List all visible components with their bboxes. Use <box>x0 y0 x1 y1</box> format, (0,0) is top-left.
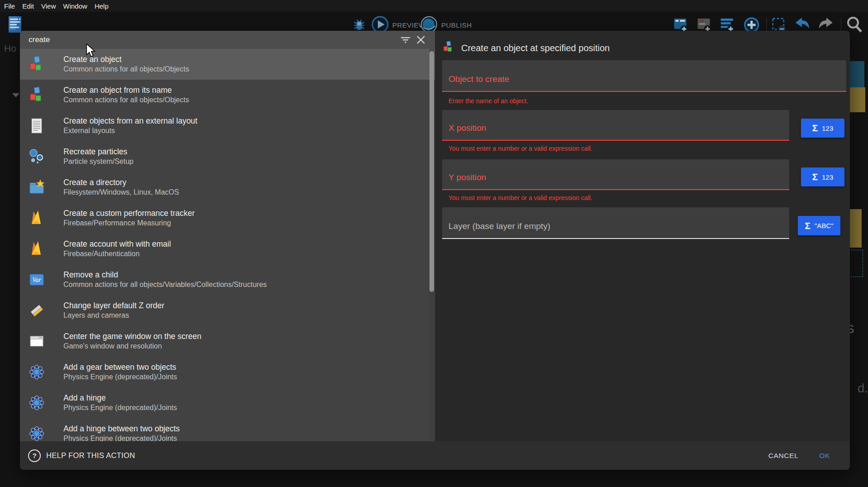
action-title: Create a directory <box>63 177 179 187</box>
action-title: Create objects from an external layout <box>63 116 198 126</box>
y-expression-button[interactable]: Σ 123 <box>801 167 844 186</box>
action-group: Physics Engine (deprecated)/Joints <box>63 434 180 441</box>
particles-icon <box>28 148 45 165</box>
action-title: Add a hinge between two objects <box>63 424 180 434</box>
cubes-icon <box>28 56 45 73</box>
action-title: Center the game window on the screen <box>63 331 201 341</box>
scene-object-blue <box>850 61 864 87</box>
search-bar: create <box>20 31 435 49</box>
cubes-icon <box>442 41 455 55</box>
x-expression-button[interactable]: Σ 123 <box>801 119 844 138</box>
folder-star-icon <box>28 179 45 196</box>
action-search-panel: create Create an object Common actions f… <box>20 31 435 441</box>
action-result-item[interactable]: Add a hinge Physics Engine (deprecated)/… <box>20 387 435 418</box>
menu-bar: FileEditViewWindowHelp <box>0 0 868 12</box>
sigma-icon: Σ <box>805 220 810 231</box>
help-button[interactable]: ? HELP FOR THIS ACTION <box>28 449 135 462</box>
detail-title: Create an object at specified position <box>461 43 610 53</box>
sigma-icon: Σ <box>812 172 818 182</box>
action-title: Add a gear between two objects <box>63 362 177 372</box>
action-result-item[interactable]: Center the game window on the screen Gam… <box>20 326 435 357</box>
svg-text:Var: Var <box>32 277 41 283</box>
action-title: Add a hinge <box>63 393 177 403</box>
action-result-item[interactable]: Create objects from an external layout E… <box>20 110 435 141</box>
action-result-item[interactable]: Create a custom performance tracker Fire… <box>20 203 435 234</box>
chevron-down-icon[interactable] <box>12 93 19 97</box>
search-input[interactable]: create <box>20 35 398 44</box>
window-icon <box>28 333 45 350</box>
home-tab-label[interactable]: Ho <box>4 43 16 54</box>
cubes-icon <box>28 86 45 104</box>
x-position-field[interactable]: X position <box>442 110 789 141</box>
gear-icon <box>28 394 45 411</box>
action-group: External layouts <box>63 126 198 136</box>
object-field-helper: Enter the name of an object. <box>448 97 528 105</box>
action-group: Firebase/Authentication <box>63 249 171 259</box>
action-group: Common actions for all objects/Variables… <box>63 280 267 290</box>
gear-icon <box>28 363 45 381</box>
menu-item-window[interactable]: Window <box>63 2 87 10</box>
firebase-icon <box>28 210 45 227</box>
action-result-item[interactable]: Create a directory Filesystem/Windows, L… <box>20 172 435 203</box>
action-title: Remove a child <box>63 270 267 280</box>
action-title: Create account with with email <box>63 239 171 249</box>
object-to-create-field[interactable]: Object to create <box>442 60 846 92</box>
action-result-item[interactable]: Add a gear between two objects Physics E… <box>20 357 435 387</box>
menu-item-view[interactable]: View <box>41 2 56 10</box>
mouse-cursor <box>85 43 96 60</box>
action-detail-panel: Create an object at specified position O… <box>435 31 850 441</box>
question-mark-icon: ? <box>28 449 41 462</box>
dialog-footer: ? HELP FOR THIS ACTION CANCEL OK <box>20 441 850 470</box>
menu-item-help[interactable]: Help <box>95 2 109 10</box>
scene-partial-text: d... <box>858 382 868 396</box>
action-title: Create an object from its name <box>63 85 189 95</box>
publish-button[interactable]: PUBLISH <box>441 21 472 29</box>
document-icon <box>28 117 45 134</box>
eraser-icon <box>28 302 45 319</box>
layer-field[interactable]: Layer (base layer if empty) <box>442 207 789 239</box>
firebase-icon <box>28 240 45 258</box>
cancel-button[interactable]: CANCEL <box>768 452 798 460</box>
action-group: Particle system/Setup <box>63 157 134 167</box>
close-icon[interactable] <box>413 34 429 46</box>
action-result-item[interactable]: Recreate particles Particle system/Setup <box>20 141 435 172</box>
action-result-item[interactable]: Create account with with email Firebase/… <box>20 234 435 264</box>
action-group: Common actions for all objects/Objects <box>63 95 189 105</box>
search-icon[interactable] <box>845 15 863 33</box>
action-result-list[interactable]: Create an object Common actions for all … <box>20 49 435 441</box>
scrollbar-thumb[interactable] <box>429 51 434 292</box>
choose-action-dialog: create Create an object Common actions f… <box>20 31 850 470</box>
action-group: Filesystem/Windows, Linux, MacOS <box>63 187 179 197</box>
menu-item-file[interactable]: File <box>4 2 15 10</box>
action-group: Game's window and resolution <box>63 341 201 351</box>
menu-item-edit[interactable]: Edit <box>22 2 34 10</box>
scene-object-yellow <box>850 87 865 112</box>
action-title: Create a custom performance tracker <box>63 208 195 218</box>
action-result-item[interactable]: Var Remove a child Common actions for al… <box>20 264 435 295</box>
y-position-field[interactable]: Y position <box>442 159 789 190</box>
y-field-helper: You must enter a number or a valid expre… <box>448 194 593 201</box>
action-result-item[interactable]: Create an object from its name Common ac… <box>20 80 435 110</box>
project-manager-icon[interactable] <box>6 15 24 32</box>
filter-icon[interactable] <box>398 34 413 46</box>
var-icon: Var <box>28 271 45 288</box>
app-window: FileEditViewWindowHelp PREVIEW PUBLISH H… <box>0 0 868 487</box>
action-group: Layers and cameras <box>63 310 164 320</box>
action-title: Recreate particles <box>63 147 134 157</box>
action-title: Create an object <box>63 54 189 64</box>
scene-object-yellow <box>848 209 862 248</box>
x-field-helper: You must enter a number or a valid expre… <box>448 145 593 152</box>
action-result-item[interactable]: Change layer default Z order Layers and … <box>20 295 435 326</box>
action-result-item[interactable]: Create an object Common actions for all … <box>20 49 435 80</box>
action-result-item[interactable]: Add a hinge between two objects Physics … <box>20 418 435 441</box>
action-group: Physics Engine (deprecated)/Joints <box>63 372 177 382</box>
ok-button[interactable]: OK <box>819 452 830 460</box>
layer-expression-button[interactable]: Σ "ABC" <box>798 216 840 235</box>
action-group: Common actions for all objects/Objects <box>63 64 189 74</box>
action-group: Physics Engine (deprecated)/Joints <box>63 403 177 413</box>
action-group: Firebase/Performance Measuring <box>63 218 195 228</box>
sigma-icon: Σ <box>812 123 818 134</box>
detail-header: Create an object at specified position <box>442 41 610 55</box>
scene-selection-outline <box>849 250 863 277</box>
gear-icon <box>28 425 45 441</box>
